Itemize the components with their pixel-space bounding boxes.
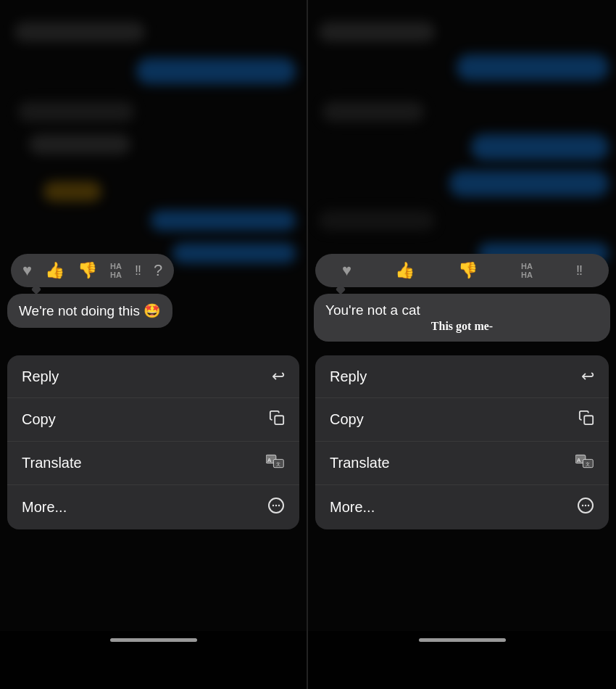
translate-icon: A 文 [575,453,594,473]
more-icon [577,497,594,518]
svg-rect-9 [584,416,593,424]
question-icon[interactable]: ? [154,261,162,280]
message-bubble: You're not a cat This got me- [314,294,610,342]
message-bubble: We're not doing this 🤩 [7,294,172,328]
svg-text:A: A [267,457,272,463]
more-icon [267,497,285,518]
copy-menu-item[interactable]: Copy [7,398,299,442]
exclamation-icon[interactable]: !! [135,263,141,279]
translate-icon: A 文 [266,453,285,473]
context-menu: Reply ↩ Copy Translate A 文 [315,355,609,529]
copy-label: Copy [330,411,364,428]
bottom-bar [0,631,307,689]
reply-icon: ↩ [581,367,594,386]
home-indicator [110,638,197,642]
reply-menu-item[interactable]: Reply ↩ [315,355,609,398]
copy-label: Copy [22,411,56,428]
context-menu: Reply ↩ Copy Translate A 文 [7,355,299,529]
exclamation-icon[interactable]: !! [576,263,582,279]
svg-point-15 [582,505,583,506]
svg-point-6 [272,505,274,506]
thumbsdown-icon[interactable]: 👎 [78,261,97,280]
heart-icon[interactable]: ♥ [342,261,351,280]
reaction-bar: ♥ 👍 👎 HAHA !! [315,254,609,287]
home-indicator [419,638,506,642]
thumbsup-icon[interactable]: 👍 [395,261,415,280]
message-text: You're not a cat [325,302,420,318]
translate-menu-item[interactable]: Translate A 文 [7,442,299,485]
more-menu-item[interactable]: More... [7,485,299,529]
bottom-bar [308,631,616,689]
heart-icon[interactable]: ♥ [22,261,32,280]
svg-point-8 [278,505,280,506]
svg-text:文: 文 [276,461,280,466]
left-panel: ♥ 👍 👎 HAHA !! ? We're not doing this 🤩 R… [0,0,308,689]
reply-icon: ↩ [272,367,285,386]
more-label: More... [22,499,67,516]
overlay [308,0,616,689]
svg-point-17 [588,505,589,506]
copy-menu-item[interactable]: Copy [315,398,609,442]
haha-icon[interactable]: HAHA [521,262,533,279]
copy-icon [578,410,594,429]
message-text-secondary: This got me- [325,320,599,333]
reply-label: Reply [330,368,367,385]
translate-label: Translate [22,455,82,471]
haha-icon[interactable]: HAHA [110,262,122,279]
reply-menu-item[interactable]: Reply ↩ [7,355,299,398]
svg-point-7 [275,505,277,506]
svg-point-16 [585,505,586,506]
more-menu-item[interactable]: More... [315,485,609,529]
copy-icon [269,410,285,429]
reply-label: Reply [22,368,59,385]
more-label: More... [330,499,375,516]
svg-text:A: A [577,457,581,463]
svg-rect-0 [275,416,283,424]
message-text: We're not doing this 🤩 [19,303,161,318]
right-panel: ♥ 👍 👎 HAHA !! You're not a cat This got … [308,0,616,689]
thumbsdown-icon[interactable]: 👎 [458,261,478,280]
thumbsup-icon[interactable]: 👍 [45,261,64,280]
translate-label: Translate [330,455,390,471]
reaction-bar: ♥ 👍 👎 HAHA !! ? [11,254,174,287]
svg-text:文: 文 [586,461,590,466]
translate-menu-item[interactable]: Translate A 文 [315,442,609,485]
overlay [0,0,307,689]
